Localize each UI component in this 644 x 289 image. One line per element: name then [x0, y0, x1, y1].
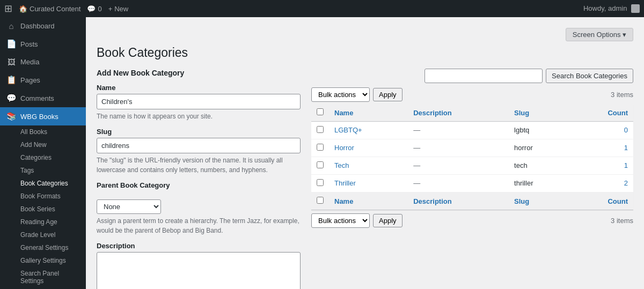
- sidebar-item-categories[interactable]: Categories: [0, 151, 86, 164]
- category-name-link[interactable]: Thriller: [334, 179, 356, 187]
- table-row: Thriller — thriller 2: [311, 175, 633, 192]
- count-link[interactable]: 1: [624, 161, 628, 169]
- dashboard-icon: ⌂: [6, 21, 16, 31]
- sidebar-item-book-series[interactable]: Book Series: [0, 203, 86, 216]
- row-count: 2: [570, 175, 633, 192]
- row-description: —: [408, 122, 509, 139]
- books-icon: 📚: [6, 112, 16, 121]
- category-name-link[interactable]: Tech: [334, 161, 349, 169]
- comments-icon: 💬: [6, 93, 16, 103]
- sidebar: ⌂ Dashboard 📄 Posts 🖼 Media 📋 Pages 💬 Co…: [0, 17, 86, 289]
- count-link[interactable]: 1: [624, 144, 628, 152]
- parent-label: Parent Book Category: [97, 181, 301, 189]
- footer-slug[interactable]: Slug: [509, 192, 570, 210]
- comments-count[interactable]: 💬 0: [87, 5, 101, 13]
- sidebar-item-wbg-books[interactable]: 📚 WBG Books: [0, 107, 86, 125]
- description-field-group: Description The description is not promi…: [97, 242, 301, 289]
- row-checkbox-cell: [311, 122, 329, 139]
- row-name: Tech: [329, 157, 408, 175]
- sidebar-item-pages[interactable]: 📋 Pages: [0, 71, 86, 89]
- parent-field-group: Parent Book Category None Assign a paren…: [97, 181, 301, 235]
- bottom-bulk-actions-bar: Bulk actions Apply 3 items: [311, 213, 633, 228]
- sidebar-item-add-new[interactable]: Add New: [0, 138, 86, 151]
- table-footer-row: Name Description Slug Count: [311, 192, 633, 210]
- bottom-bulk-actions-select[interactable]: Bulk actions: [311, 213, 370, 228]
- name-hint: The name is how it appears on your site.: [97, 112, 301, 121]
- top-apply-button[interactable]: Apply: [373, 88, 402, 101]
- add-category-panel: Add New Book Category Name The name is h…: [97, 69, 301, 289]
- name-label: Name: [97, 84, 301, 92]
- table-row: Tech — tech 1: [311, 157, 633, 175]
- sidebar-item-comments[interactable]: 💬 Comments: [0, 89, 86, 107]
- slug-input[interactable]: [97, 138, 301, 153]
- row-description: —: [408, 157, 509, 175]
- select-all-footer-checkbox[interactable]: [317, 197, 324, 204]
- wp-logo-icon[interactable]: ⊞: [4, 3, 12, 14]
- add-new-item[interactable]: + New: [108, 5, 129, 13]
- search-button[interactable]: Search Book Categories: [546, 69, 633, 83]
- sidebar-item-all-books[interactable]: All Books: [0, 125, 86, 138]
- page-title: Book Categories: [97, 46, 633, 60]
- admin-bar: ⊞ 🏠 Curated Content 💬 0 + New Howdy, adm…: [0, 0, 644, 17]
- sidebar-item-media[interactable]: 🖼 Media: [0, 53, 86, 71]
- description-textarea[interactable]: [97, 252, 301, 289]
- row-slug: tech: [509, 157, 570, 175]
- row-checkbox[interactable]: [317, 144, 324, 151]
- screen-options-button[interactable]: Screen Options ▾: [566, 28, 633, 41]
- header-description[interactable]: Description: [408, 104, 509, 122]
- slug-label: Slug: [97, 128, 301, 136]
- parent-hint: Assign a parent term to create a hierarc…: [97, 216, 301, 235]
- site-name[interactable]: 🏠 Curated Content: [19, 5, 80, 13]
- howdy-message: Howdy, admin: [583, 4, 640, 13]
- row-name: LGBTQ+: [329, 122, 408, 139]
- table-controls: Search Book Categories: [311, 69, 633, 83]
- row-slug: lgbtq: [509, 122, 570, 139]
- footer-count[interactable]: Count: [570, 192, 633, 210]
- row-count: 0: [570, 122, 633, 139]
- header-slug[interactable]: Slug: [509, 104, 570, 122]
- name-input[interactable]: [97, 94, 301, 109]
- comment-icon: 💬: [87, 5, 96, 13]
- table-row: Horror — horror 1: [311, 139, 633, 157]
- form-title: Add New Book Category: [97, 69, 301, 77]
- sidebar-item-general-settings[interactable]: General Settings: [0, 241, 86, 254]
- sidebar-item-dashboard[interactable]: ⌂ Dashboard: [0, 17, 86, 35]
- slug-hint: The "slug" is the URL-friendly version o…: [97, 155, 301, 175]
- bottom-apply-button[interactable]: Apply: [373, 214, 402, 227]
- main-content: Screen Options ▾ Book Categories Add New…: [86, 17, 644, 289]
- row-checkbox[interactable]: [317, 179, 324, 186]
- sidebar-item-book-formats[interactable]: Book Formats: [0, 190, 86, 203]
- sidebar-item-search-panel-settings[interactable]: Search Panel Settings: [0, 267, 86, 287]
- sidebar-item-tags[interactable]: Tags: [0, 164, 86, 177]
- parent-select[interactable]: None: [97, 199, 161, 214]
- slug-field-group: Slug The "slug" is the URL-friendly vers…: [97, 128, 301, 175]
- sidebar-item-book-categories[interactable]: Book Categories: [0, 177, 86, 190]
- select-all-checkbox[interactable]: [317, 108, 324, 115]
- sidebar-item-gallery-settings[interactable]: Gallery Settings: [0, 254, 86, 267]
- footer-checkbox-col: [311, 192, 329, 210]
- footer-name[interactable]: Name: [329, 192, 408, 210]
- row-checkbox-cell: [311, 139, 329, 157]
- bottom-items-count: 3 items: [611, 217, 633, 225]
- table-header-row: Name Description Slug Count: [311, 104, 633, 122]
- row-checkbox[interactable]: [317, 161, 324, 168]
- row-count: 1: [570, 157, 633, 175]
- row-checkbox-cell: [311, 157, 329, 175]
- sidebar-item-grade-level[interactable]: Grade Level: [0, 228, 86, 241]
- sidebar-item-reading-age[interactable]: Reading Age: [0, 216, 86, 228]
- top-bulk-actions-select[interactable]: Bulk actions: [311, 87, 370, 102]
- description-label: Description: [97, 242, 301, 250]
- header-name[interactable]: Name: [329, 104, 408, 122]
- sidebar-item-posts[interactable]: 📄 Posts: [0, 35, 86, 53]
- category-name-link[interactable]: Horror: [334, 144, 354, 152]
- header-count[interactable]: Count: [570, 104, 633, 122]
- footer-description[interactable]: Description: [408, 192, 509, 210]
- row-checkbox[interactable]: [317, 126, 324, 133]
- count-link[interactable]: 2: [624, 179, 628, 187]
- search-input[interactable]: [425, 69, 543, 83]
- category-name-link[interactable]: LGBTQ+: [334, 126, 362, 134]
- row-description: —: [408, 175, 509, 192]
- plus-icon: +: [108, 5, 113, 13]
- count-link[interactable]: 0: [624, 126, 628, 134]
- row-description: —: [408, 139, 509, 157]
